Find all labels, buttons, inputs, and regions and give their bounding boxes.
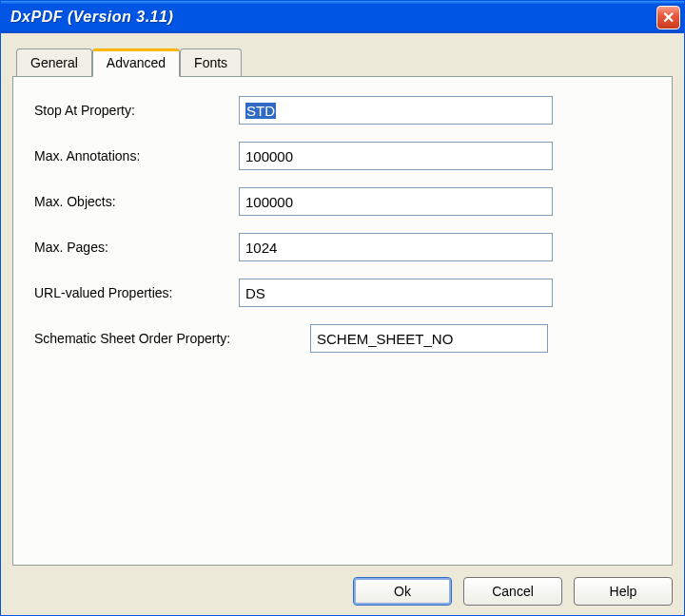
label-max-annotations: Max. Annotations:: [34, 148, 239, 164]
row-stop-at: Stop At Property: STD: [34, 96, 651, 125]
tab-fonts[interactable]: Fonts: [180, 48, 242, 76]
input-max-annotations[interactable]: [239, 142, 553, 170]
label-stop-at: Stop At Property:: [34, 103, 239, 118]
tab-advanced[interactable]: Advanced: [92, 48, 180, 77]
input-url-props[interactable]: [239, 279, 553, 307]
cancel-button[interactable]: Cancel: [463, 577, 562, 606]
input-stop-at[interactable]: STD: [239, 96, 553, 125]
help-button[interactable]: Help: [574, 577, 673, 606]
input-max-objects[interactable]: [239, 187, 553, 216]
dialog-window: DxPDF (Version 3.11) ✕ General Advanced …: [0, 0, 685, 616]
label-schematic-order: Schematic Sheet Order Property:: [34, 331, 310, 346]
close-button[interactable]: ✕: [656, 6, 680, 29]
tabstrip: General Advanced Fonts: [16, 45, 673, 76]
row-max-annotations: Max. Annotations:: [34, 142, 651, 170]
input-schematic-order[interactable]: [310, 324, 548, 353]
tabpanel-advanced: Stop At Property: STD Max. Annotations: …: [12, 76, 673, 566]
label-max-objects: Max. Objects:: [34, 194, 239, 209]
row-max-pages: Max. Pages:: [34, 233, 651, 261]
window-title: DxPDF (Version 3.11): [10, 9, 173, 26]
row-schematic-order: Schematic Sheet Order Property:: [34, 324, 651, 353]
ok-button[interactable]: Ok: [353, 577, 452, 606]
tab-general[interactable]: General: [16, 48, 92, 76]
dialog-buttons: Ok Cancel Help: [12, 566, 673, 606]
titlebar: DxPDF (Version 3.11) ✕: [1, 1, 684, 33]
input-stop-at-value: STD: [245, 103, 276, 119]
input-max-pages[interactable]: [239, 233, 553, 261]
row-url-props: URL-valued Properties:: [34, 279, 651, 307]
label-url-props: URL-valued Properties:: [34, 285, 239, 300]
label-max-pages: Max. Pages:: [34, 240, 239, 255]
close-icon: ✕: [662, 9, 675, 27]
client-area: General Advanced Fonts Stop At Property:…: [1, 33, 684, 615]
row-max-objects: Max. Objects:: [34, 187, 651, 216]
